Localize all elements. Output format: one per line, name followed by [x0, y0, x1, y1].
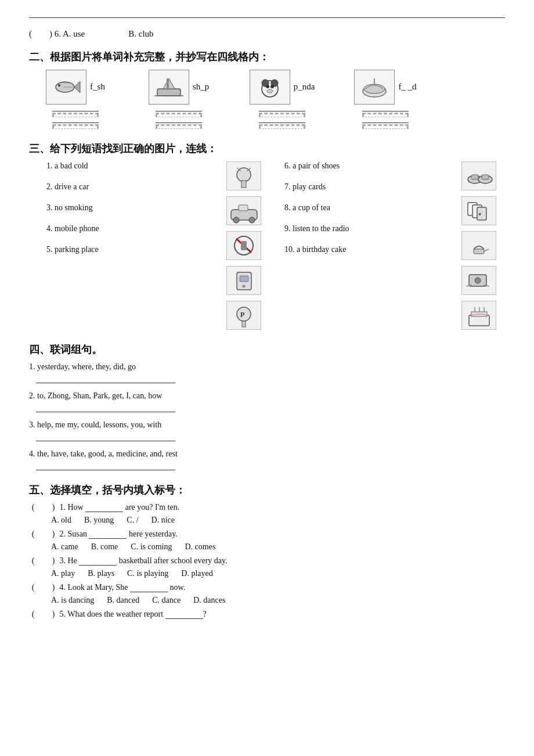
choice-q2-row: ( ) 2. Susan here yesterday. [29, 530, 505, 539]
bracket-q3-space [39, 556, 48, 565]
bracket-q3-close: ) [49, 556, 57, 566]
svg-point-31 [242, 285, 245, 287]
choice-q1-row: ( ) 1. How are you? I'm ten. [29, 503, 505, 512]
svg-line-44 [484, 249, 489, 251]
word-food: f_ _d [398, 82, 416, 92]
bracket-q2-close: ) [49, 530, 57, 539]
sentence-3-text: 3. help, me my, could, lessons, you, wit… [29, 420, 161, 429]
ship-writing-lines [156, 107, 202, 129]
bracket-q2: ( [29, 530, 37, 539]
item-6: ( ) 6. A. use B. club [29, 28, 505, 39]
bracket-q4-space [39, 583, 48, 592]
q1-opt-d: D. nice [151, 516, 175, 525]
left-img-5: P [226, 301, 261, 330]
right-images: ♥ [453, 161, 505, 330]
food-image [354, 70, 395, 105]
bracket-q1-space [39, 503, 48, 512]
svg-rect-5 [157, 89, 181, 96]
q4-options: A. is dancing B. danced C. dance D. danc… [51, 596, 505, 605]
svg-rect-43 [474, 249, 484, 254]
ship-image [149, 70, 189, 105]
choice-q5-row: ( ) 5. What does the weather report ? [29, 610, 505, 619]
pic-word-food: f_ _d [339, 70, 432, 129]
svg-rect-19 [241, 181, 246, 188]
left-img-4 [226, 266, 261, 295]
section-2-header: 二、根据图片将单词补充完整，并抄写在四线格内： [29, 50, 505, 64]
svg-rect-25 [239, 205, 248, 211]
word-fish: f_sh [90, 82, 105, 92]
panda-image [250, 70, 290, 105]
top-divider [29, 17, 505, 18]
svg-rect-28 [241, 241, 247, 250]
bracket-q4: ( [29, 583, 37, 592]
q3-opt-d: D. played [181, 569, 212, 578]
section-4: 四、联词组句。 1. yesterday, where, they, did, … [29, 343, 505, 470]
food-writing-lines [362, 107, 409, 129]
bracket-q5-space [39, 610, 48, 618]
left-phrases: 1. a bad cold 2. drive a car 3. no smoki… [29, 161, 215, 330]
svg-point-24 [249, 217, 255, 223]
sentence-1: 1. yesterday, where, they, did, go [29, 362, 505, 383]
choice-q3-row: ( ) 3. He basketball after school every … [29, 556, 505, 566]
answer-line-2 [36, 403, 175, 412]
q1-opt-c: C. / [127, 516, 138, 525]
q4-text: 4. Look at Mary, She now. [60, 583, 186, 592]
q3-text: 3. He basketball after school every day. [60, 556, 228, 565]
word-ship: sh_p [193, 82, 209, 92]
q3-options: A. play B. plays C. is playing D. played [51, 569, 505, 578]
right-img-8 [461, 231, 496, 260]
sentence-1-text: 1. yesterday, where, they, did, go [29, 362, 136, 371]
answer-line-1 [36, 374, 175, 383]
answer-line-3 [36, 432, 175, 441]
pic-word-ship: sh_p [132, 70, 225, 129]
sentence-4-text: 4. the, have, take, good, a, medicine, a… [29, 449, 178, 458]
match-left-3: 3. no smoking [41, 203, 215, 213]
svg-text:P: P [240, 311, 244, 319]
q4-opt-b: B. danced [107, 596, 139, 605]
svg-point-13 [270, 85, 274, 88]
q3-opt-b: B. plays [88, 569, 114, 578]
match-right-6: 6. a pair of shoes [279, 161, 453, 171]
svg-rect-34 [242, 321, 246, 327]
section-5: 五、选择填空，括号内填入标号： ( ) 1. How are you? I'm … [29, 483, 505, 619]
match-right-10: 10. a birthday cake [279, 245, 453, 254]
sentence-3: 3. help, me my, could, lessons, you, wit… [29, 420, 505, 441]
matching-area: 1. a bad cold 2. drive a car 3. no smoki… [29, 161, 505, 330]
section-4-header: 四、联词组句。 [29, 343, 505, 357]
q2-text: 2. Susan here yesterday. [60, 530, 178, 538]
match-left-2: 2. drive a car [41, 182, 215, 192]
q1-options: A. old B. young C. / D. nice [51, 516, 505, 525]
q2-options: A. came B. come C. is coming D. comes [51, 542, 505, 552]
svg-text:♥: ♥ [478, 211, 481, 217]
q1-text: 1. How are you? I'm ten. [60, 503, 180, 512]
choice-q4-row: ( ) 4. Look at Mary, She now. [29, 583, 505, 592]
svg-rect-37 [471, 175, 478, 179]
match-right-9: 9. listen to the radio [279, 224, 453, 233]
left-img-1 [226, 161, 261, 190]
svg-rect-7 [167, 78, 169, 89]
right-img-6 [461, 161, 496, 190]
section-3: 三、给下列短语找到正确的图片，连线： 1. a bad cold 2. driv… [29, 142, 505, 330]
fish-image [46, 70, 86, 105]
pic-word-fish: f_sh [29, 70, 122, 129]
q5-text: 5. What does the weather report ? [60, 610, 207, 618]
match-left-5: 5. parking place [41, 245, 215, 254]
q1-opt-a: A. old [51, 516, 71, 525]
q2-opt-a: A. came [51, 542, 78, 552]
item-6-text: ( ) 6. A. use B. club [29, 29, 154, 38]
section-2: 二、根据图片将单词补充完整，并抄写在四线格内： f_sh [29, 50, 505, 129]
q3-opt-c: C. is playing [127, 569, 168, 578]
left-img-3 [226, 231, 261, 260]
panda-writing-lines [259, 107, 305, 129]
match-left-4: 4. mobile phone [41, 224, 215, 233]
q3-opt-a: A. play [51, 569, 75, 578]
q4-opt-a: A. is dancing [51, 596, 94, 605]
svg-point-46 [475, 278, 481, 283]
bracket-q1: ( [29, 503, 37, 512]
svg-rect-49 [469, 315, 489, 326]
q4-opt-c: C. dance [152, 596, 181, 605]
svg-point-14 [267, 89, 273, 93]
word-panda: p_nda [294, 82, 315, 92]
right-phrases: 6. a pair of shoes 7. play cards 8. a cu… [273, 161, 453, 330]
svg-marker-1 [74, 81, 80, 93]
